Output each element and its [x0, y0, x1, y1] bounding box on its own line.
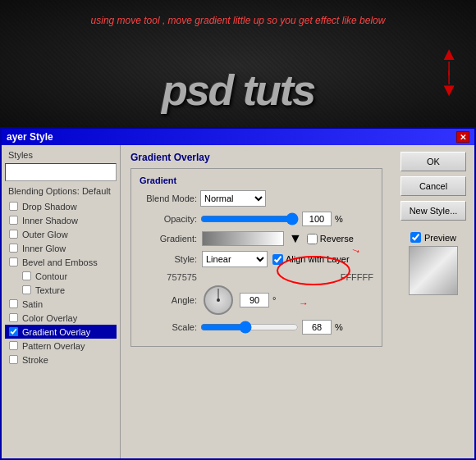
- inner-shadow-checkbox[interactable]: [9, 216, 18, 225]
- color-overlay-label: Color Overlay: [22, 313, 77, 323]
- layer-item-gradient-overlay[interactable]: Gradient Overlay: [5, 325, 117, 339]
- layer-item-color-overlay[interactable]: Color Overlay: [5, 311, 117, 325]
- reverse-check: Reverse: [307, 234, 354, 244]
- outer-glow-label: Outer Glow: [22, 230, 68, 239]
- texture-label: Texture: [35, 285, 65, 295]
- color-right-label: FFFFFF: [341, 272, 373, 282]
- style-row: Style: Linear Radial Angle Align with La…: [140, 251, 373, 267]
- banner-instruction: using move tool , move gradient little u…: [91, 15, 386, 26]
- gradient-overlay-label: Gradient Overlay: [22, 327, 90, 337]
- angle-dial[interactable]: [204, 285, 233, 315]
- preview-box: [409, 246, 458, 295]
- layer-item-stroke[interactable]: Stroke: [5, 353, 117, 367]
- scale-slider-container: %: [200, 320, 343, 335]
- gradient-dropdown-btn[interactable]: ▼: [289, 231, 302, 246]
- opacity-slider-container: %: [200, 212, 343, 226]
- top-banner: using move tool , move gradient little u…: [0, 0, 476, 131]
- gradient-overlay-checkbox[interactable]: [9, 327, 18, 336]
- color-labels-row: 757575 FFFFFF: [140, 272, 373, 284]
- layer-item-outer-glow[interactable]: Outer Glow: [5, 227, 117, 241]
- angle-unit: °: [272, 295, 276, 305]
- close-button[interactable]: ✕: [456, 131, 469, 143]
- angle-input-area: °: [240, 293, 373, 307]
- inner-glow-label: Inner Glow: [22, 244, 66, 253]
- satin-label: Satin: [22, 299, 43, 309]
- angle-label: Angle:: [140, 295, 197, 305]
- blend-options-label: Blending Options: Default: [5, 184, 117, 198]
- angle-row: Angle: °: [140, 285, 373, 315]
- angle-input[interactable]: [240, 293, 269, 307]
- banner-arrow: ▲ | | ▼: [440, 45, 458, 99]
- blend-mode-select[interactable]: Normal Multiply Screen: [200, 190, 266, 207]
- style-select[interactable]: Linear Radial Angle: [202, 251, 268, 267]
- layer-style-dialog: ayer Style ✕ Styles Blending Options: De…: [0, 127, 476, 460]
- layer-item-drop-shadow[interactable]: Drop Shadow: [5, 199, 117, 213]
- satin-checkbox[interactable]: [9, 299, 18, 308]
- scale-slider[interactable]: [200, 321, 299, 333]
- style-label: Style:: [140, 254, 197, 264]
- pattern-overlay-checkbox[interactable]: [9, 341, 18, 350]
- dialog-titlebar: ayer Style ✕: [2, 129, 474, 145]
- main-content: Gradient Overlay Gradient Blend Mode: No…: [121, 145, 392, 458]
- contour-label: Contour: [35, 271, 67, 281]
- opacity-input[interactable]: [302, 212, 332, 226]
- stroke-label: Stroke: [22, 355, 48, 365]
- align-check: Align with Layer: [272, 254, 350, 265]
- ok-button[interactable]: OK: [400, 152, 466, 171]
- opacity-unit: %: [335, 214, 343, 224]
- layer-item-bevel-emboss[interactable]: Bevel and Emboss: [5, 255, 117, 269]
- layer-item-inner-shadow[interactable]: Inner Shadow: [5, 213, 117, 227]
- cancel-button[interactable]: Cancel: [400, 176, 466, 196]
- layer-item-texture[interactable]: Texture: [5, 283, 117, 297]
- layer-item-contour[interactable]: Contour: [5, 269, 117, 283]
- scale-row: Scale: %: [140, 320, 373, 335]
- bevel-emboss-label: Bevel and Emboss: [22, 257, 98, 267]
- scale-unit: %: [335, 322, 343, 332]
- layer-item-pattern-overlay[interactable]: Pattern Overlay: [5, 339, 117, 353]
- section-title: Gradient Overlay: [130, 152, 382, 163]
- layer-item-inner-glow[interactable]: Inner Glow: [5, 241, 117, 255]
- reverse-checkbox[interactable]: [307, 234, 318, 244]
- scale-label: Scale:: [140, 322, 197, 332]
- dialog-title: ayer Style: [7, 131, 53, 143]
- opacity-row: Opacity: %: [140, 212, 373, 226]
- preview-section: Preview: [409, 232, 458, 295]
- banner-logo: psd tuts: [162, 66, 314, 115]
- preview-checkbox[interactable]: [410, 232, 421, 243]
- new-style-button[interactable]: New Style...: [400, 201, 466, 221]
- align-checkbox[interactable]: [272, 254, 283, 265]
- pattern-overlay-label: Pattern Overlay: [22, 341, 85, 351]
- align-label: Align with Layer: [286, 254, 350, 264]
- gradient-header: Gradient: [140, 175, 373, 185]
- bevel-emboss-checkbox[interactable]: [9, 257, 18, 266]
- styles-label: Styles: [5, 148, 117, 162]
- gradient-box: Gradient Blend Mode: Normal Multiply Scr…: [130, 168, 382, 347]
- stroke-checkbox[interactable]: [9, 355, 18, 364]
- inner-glow-checkbox[interactable]: [9, 244, 18, 253]
- drop-shadow-checkbox[interactable]: [9, 202, 18, 211]
- blend-mode-row: Blend Mode: Normal Multiply Screen: [140, 190, 373, 207]
- gradient-preview[interactable]: [202, 231, 284, 246]
- drop-shadow-label: Drop Shadow: [22, 202, 77, 212]
- gradient-row: Gradient: ▼ Reverse: [140, 231, 373, 246]
- gradient-label: Gradient:: [140, 234, 197, 244]
- color-left-label: 757575: [140, 272, 197, 282]
- outer-glow-checkbox[interactable]: [9, 230, 18, 239]
- styles-box: [5, 163, 117, 181]
- contour-checkbox[interactable]: [22, 271, 31, 280]
- inner-shadow-label: Inner Shadow: [22, 216, 78, 225]
- right-panel: OK Cancel New Style... Preview: [392, 145, 474, 458]
- reverse-label: Reverse: [320, 234, 354, 244]
- color-overlay-checkbox[interactable]: [9, 313, 18, 322]
- layer-item-satin[interactable]: Satin: [5, 297, 117, 311]
- preview-check: Preview: [410, 232, 456, 243]
- scale-input[interactable]: [302, 320, 332, 335]
- texture-checkbox[interactable]: [22, 285, 31, 294]
- left-panel: Styles Blending Options: Default Drop Sh…: [2, 145, 121, 458]
- preview-label: Preview: [424, 233, 456, 243]
- blend-mode-label: Blend Mode:: [140, 194, 197, 203]
- opacity-label: Opacity:: [140, 214, 197, 224]
- opacity-slider[interactable]: [200, 213, 299, 225]
